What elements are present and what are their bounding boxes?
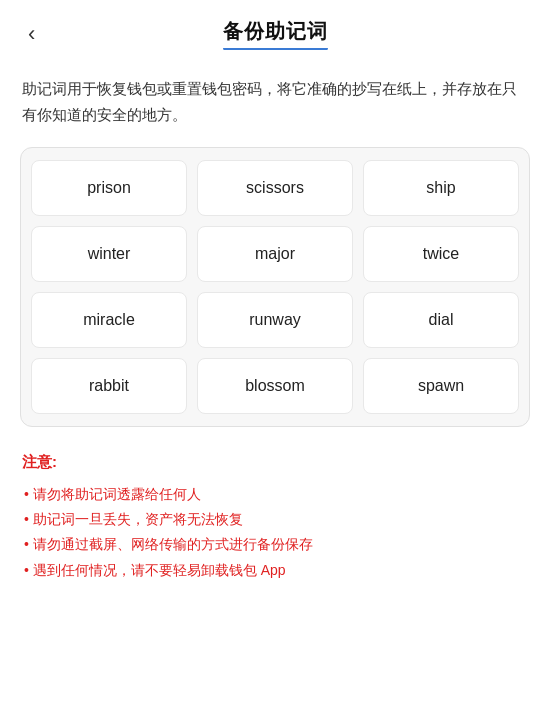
notice-title: 注意: [22, 453, 528, 472]
mnemonic-word-5: major [197, 226, 353, 282]
mnemonic-word-10: rabbit [31, 358, 187, 414]
notice-section: 注意: 请勿将助记词透露给任何人助记词一旦丢失，资产将无法恢复请勿通过截屏、网络… [0, 445, 550, 603]
notice-item-4: 遇到任何情况，请不要轻易卸载钱包 App [22, 558, 528, 583]
mnemonic-word-8: runway [197, 292, 353, 348]
mnemonic-word-12: spawn [363, 358, 519, 414]
mnemonic-word-1: prison [31, 160, 187, 216]
mnemonic-word-9: dial [363, 292, 519, 348]
mnemonic-word-7: miracle [31, 292, 187, 348]
mnemonic-word-2: scissors [197, 160, 353, 216]
description-text: 助记词用于恢复钱包或重置钱包密码，将它准确的抄写在纸上，并存放在只有你知道的安全… [0, 60, 550, 141]
mnemonic-word-4: winter [31, 226, 187, 282]
page-header: ‹ 备份助记词 [0, 0, 550, 60]
notice-item-2: 助记词一旦丢失，资产将无法恢复 [22, 507, 528, 532]
page-title: 备份助记词 [223, 18, 328, 45]
header-title-wrapper: 备份助记词 [223, 18, 328, 50]
mnemonic-container: prisonscissorsshipwintermajortwicemiracl… [20, 147, 530, 427]
mnemonic-word-3: ship [363, 160, 519, 216]
notice-items: 请勿将助记词透露给任何人助记词一旦丢失，资产将无法恢复请勿通过截屏、网络传输的方… [22, 482, 528, 583]
mnemonic-word-11: blossom [197, 358, 353, 414]
title-underline [223, 47, 328, 50]
notice-item-1: 请勿将助记词透露给任何人 [22, 482, 528, 507]
back-button[interactable]: ‹ [20, 17, 43, 51]
mnemonic-word-6: twice [363, 226, 519, 282]
mnemonic-grid: prisonscissorsshipwintermajortwicemiracl… [31, 160, 519, 414]
notice-item-3: 请勿通过截屏、网络传输的方式进行备份保存 [22, 532, 528, 557]
